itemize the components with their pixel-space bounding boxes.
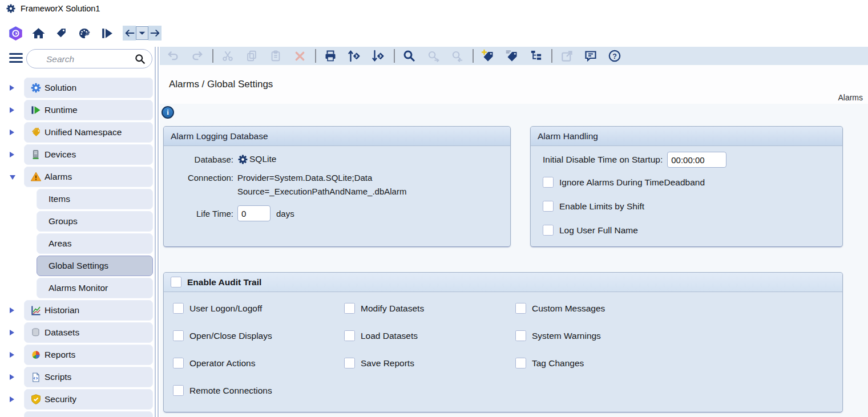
checkbox-tag-changes[interactable] <box>515 358 526 369</box>
connection-line1: Provider=System.Data.SQLite;Data <box>237 173 372 183</box>
database-label: Database: <box>169 155 233 164</box>
open-in-new-window-icon[interactable] <box>559 48 574 63</box>
find-next-icon[interactable] <box>426 48 441 63</box>
sidebar-item-runtime[interactable]: Runtime <box>24 100 153 120</box>
home-icon[interactable] <box>30 25 46 41</box>
sidebar-item-label: Areas <box>49 238 72 249</box>
sidebar-row: Solution <box>0 78 155 98</box>
help-icon[interactable]: ? <box>607 48 622 63</box>
runtime-panel-icon[interactable] <box>99 25 115 41</box>
sidebar-search-row <box>0 48 155 70</box>
expand-arrow-icon[interactable] <box>10 129 14 135</box>
delete-icon[interactable] <box>292 48 307 63</box>
expand-arrow-icon[interactable] <box>10 107 14 113</box>
svg-text:?: ? <box>612 52 617 60</box>
panel-title: Alarm Logging Database <box>164 127 510 146</box>
sidebar-item-alarms-monitor[interactable]: Alarms Monitor <box>37 278 153 298</box>
search-icon[interactable] <box>134 53 146 65</box>
database-icon <box>30 327 42 339</box>
sidebar-item-scripts[interactable]: Scripts <box>24 367 153 387</box>
cut-icon[interactable] <box>220 48 235 63</box>
checkbox-enable-limits-by-shift[interactable] <box>543 201 554 212</box>
nav-menu-chevron-icon[interactable] <box>136 26 148 40</box>
search-toolbar-icon[interactable] <box>402 48 417 63</box>
search-input[interactable] <box>45 51 133 67</box>
edit-toolbar: ? <box>160 47 868 65</box>
checkbox-modify-datasets[interactable] <box>344 303 355 314</box>
tag-icon[interactable] <box>53 25 69 41</box>
window-titlebar: FrameworX Solution1 <box>0 0 868 17</box>
expand-arrow-icon[interactable] <box>10 152 14 157</box>
sidebar-item-alarms-items[interactable]: Items <box>37 189 153 209</box>
lifetime-input[interactable] <box>237 205 271 221</box>
find-previous-icon[interactable] <box>450 48 465 63</box>
expand-arrow-icon[interactable] <box>10 307 14 313</box>
sidebar-row-partial <box>0 411 155 417</box>
checkbox-save-reports[interactable] <box>344 358 355 369</box>
import-icon[interactable] <box>347 48 362 63</box>
pie-chart-icon <box>30 349 42 361</box>
sidebar-row: Historian <box>0 300 155 321</box>
tag-tree-icon[interactable] <box>528 48 543 63</box>
sidebar-item-partial[interactable] <box>24 411 153 417</box>
checkbox-remote-connections[interactable] <box>173 385 184 396</box>
new-tag-icon[interactable] <box>481 48 495 63</box>
checkbox-label: Open/Close Displays <box>189 331 272 341</box>
sidebar-item-alarms-areas[interactable]: Areas <box>37 233 153 254</box>
copy-icon[interactable] <box>244 48 259 63</box>
checkbox-user-logon-logoff[interactable] <box>173 303 184 314</box>
expand-arrow-icon[interactable] <box>10 352 14 358</box>
initial-disable-time-input[interactable] <box>667 152 726 168</box>
expand-arrow-icon[interactable] <box>10 374 14 380</box>
checkbox-label: Ignore Alarms During TimeDeadband <box>559 177 705 188</box>
redo-icon[interactable] <box>189 48 204 63</box>
info-icon[interactable]: i <box>162 106 174 119</box>
hamburger-menu-icon[interactable] <box>9 53 23 64</box>
expand-arrow-icon[interactable] <box>10 330 14 335</box>
sidebar-item-label: Scripts <box>45 372 71 382</box>
sidebar-row: Scripts <box>0 367 155 387</box>
checkbox-open-close-displays[interactable] <box>173 330 184 341</box>
toolbar-separator <box>315 49 316 63</box>
sidebar-item-alarms-groups[interactable]: Groups <box>37 211 153 232</box>
collapse-arrow-icon[interactable] <box>10 175 15 180</box>
lifetime-label: Life Time: <box>169 209 233 218</box>
sidebar-item-solution[interactable]: Solution <box>24 78 153 98</box>
displays-palette-icon[interactable] <box>76 25 92 41</box>
nav-forward-icon[interactable] <box>148 26 162 41</box>
print-icon[interactable] <box>323 48 338 63</box>
checkbox-ignore-alarms-timedeadband[interactable] <box>543 177 554 188</box>
export-icon[interactable] <box>371 48 386 63</box>
feedback-comment-icon[interactable] <box>583 48 598 63</box>
checkbox-custom-messages[interactable] <box>515 303 526 314</box>
shield-icon <box>30 394 42 406</box>
checkbox-load-datasets[interactable] <box>344 330 355 341</box>
sidebar-item-datasets[interactable]: Datasets <box>24 322 153 343</box>
sidebar-item-label: Alarms Monitor <box>49 283 108 293</box>
expand-arrow-icon[interactable] <box>10 85 14 91</box>
sidebar-item-label: Alarms <box>45 172 72 182</box>
checkbox-log-user-full-name[interactable] <box>543 225 554 236</box>
checkbox-operator-actions[interactable] <box>173 358 184 369</box>
expand-arrow-icon[interactable] <box>10 396 14 402</box>
edit-tag-icon[interactable] <box>504 48 519 63</box>
checkbox-system-warnings[interactable] <box>515 330 526 341</box>
undo-icon[interactable] <box>165 48 180 63</box>
history-nav-group <box>123 26 162 41</box>
sidebar-item-reports[interactable]: Reports <box>24 345 153 365</box>
sidebar-item-unified-namespace[interactable]: Unified Namespace <box>24 122 153 143</box>
sidebar-row: Global Settings <box>0 256 155 276</box>
breadcrumb: Alarms / Global Settings <box>169 79 273 90</box>
sidebar-item-devices[interactable]: Devices <box>24 144 153 165</box>
checkbox-enable-audit-trail[interactable] <box>171 277 181 288</box>
sidebar-item-label: Items <box>49 194 70 204</box>
sidebar-item-historian[interactable]: Historian <box>24 300 153 321</box>
nav-back-icon[interactable] <box>123 26 136 41</box>
database-gear-icon[interactable] <box>237 154 248 165</box>
sidebar-splitter[interactable] <box>155 47 159 417</box>
sidebar-item-alarms-global-settings[interactable]: Global Settings <box>37 256 153 276</box>
sidebar-item-security[interactable]: Security <box>24 389 153 410</box>
sidebar-item-alarms[interactable]: Alarms <box>24 167 153 187</box>
paste-icon[interactable] <box>268 48 283 63</box>
framework-logo-icon[interactable] <box>7 25 23 41</box>
